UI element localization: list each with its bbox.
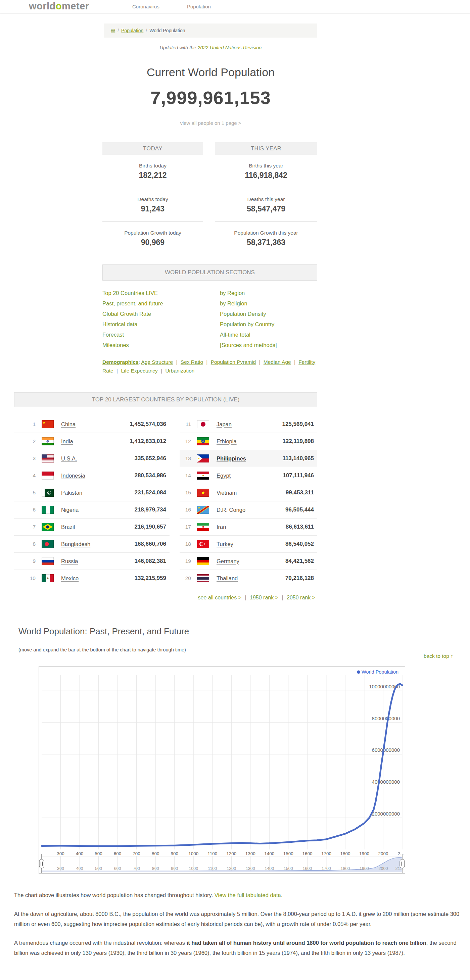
country-population: 146,082,381: [134, 558, 169, 565]
country-link-germany[interactable]: Germany: [217, 558, 239, 565]
flag-ir-icon: [197, 523, 209, 531]
country-link-japan[interactable]: Japan: [217, 421, 232, 428]
flag-br-icon: [41, 523, 54, 531]
footer-link-see-all-countries->[interactable]: see all countries >: [198, 595, 241, 600]
breadcrumb-item-population[interactable]: Population: [121, 28, 143, 33]
demographics-link-life-expectancy[interactable]: Life Expectancy: [121, 368, 158, 374]
section-link--sources-and-methods-[interactable]: [Sources and methods]: [220, 342, 277, 348]
world-population-sections: WORLD POPULATION SECTIONS Top 20 Countri…: [102, 264, 317, 355]
country-rank: 2: [24, 438, 36, 444]
section-link-historical-data[interactable]: Historical data: [102, 321, 138, 327]
paragraph-1: The chart above illustrates how world po…: [14, 890, 461, 900]
top20-footer-links: see all countries > | 1950 rank > | 2050…: [14, 595, 317, 601]
demographics-link-median-age[interactable]: Median Age: [263, 359, 291, 365]
table-row-turkey: 18 Turkey 86,540,052: [180, 536, 317, 553]
navigator-label: 500: [95, 866, 102, 871]
y-axis-label: 2000000000: [372, 811, 400, 816]
navigator-label: 2000: [379, 866, 388, 871]
un-revision-link[interactable]: 2022 United Nations Revision: [198, 45, 261, 50]
country-link-u-s-a-[interactable]: U.S.A.: [61, 455, 77, 462]
navigator-label: 1200: [226, 866, 236, 871]
section-link-global-growth-rate[interactable]: Global Growth Rate: [102, 311, 151, 317]
top20-column-1: 1 China 1,452,574,036 2 India 1,412,833,…: [14, 416, 169, 587]
demographics-link-age-structure[interactable]: Age Structure: [141, 359, 173, 365]
country-rank: 4: [24, 473, 36, 479]
x-axis-label: 1500: [284, 851, 293, 856]
table-row-thailand: 20 Thailand 70,216,128: [180, 570, 317, 587]
section-link-item: Top 20 Countries LIVE: [102, 288, 163, 298]
country-link-vietnam[interactable]: Vietnam: [217, 490, 237, 496]
tabulated-data-link[interactable]: View the full tabulated data.: [215, 892, 282, 898]
country-population: 86,540,052: [285, 541, 317, 547]
stat-block: Births this year116,918,842: [215, 155, 317, 180]
stat-block: Deaths today91,243: [102, 188, 203, 213]
country-link-brazil[interactable]: Brazil: [61, 524, 75, 530]
country-link-pakistan[interactable]: Pakistan: [61, 490, 82, 496]
legend-item-world-population[interactable]: World Population: [357, 669, 398, 675]
country-link-china[interactable]: China: [61, 421, 75, 428]
section-link-milestones[interactable]: Milestones: [102, 342, 129, 348]
demographics-link-population-pyramid[interactable]: Population Pyramid: [211, 359, 256, 365]
navigator-label: 900: [171, 866, 178, 871]
section-link-forecast[interactable]: Forecast: [102, 332, 124, 337]
section-link-by-region[interactable]: by Region: [220, 290, 245, 296]
logo-text-post: meter: [62, 1, 89, 11]
demographics-link-sex-ratio[interactable]: Sex Ratio: [181, 359, 203, 365]
demographics-separator: |: [113, 368, 121, 374]
back-to-top-link[interactable]: back to top ↑: [424, 653, 453, 659]
x-axis-label: 1800: [340, 851, 350, 856]
flag-ru-icon: [41, 557, 54, 565]
country-link-russia[interactable]: Russia: [61, 558, 78, 565]
country-link-mexico[interactable]: Mexico: [61, 575, 78, 582]
navigator-left-handle[interactable]: [39, 854, 44, 873]
breadcrumb-item-w[interactable]: W: [111, 28, 115, 33]
stat-value: 58,371,363: [215, 238, 317, 247]
navigator-label: 1000: [189, 866, 198, 871]
worldometer-logo[interactable]: worldometer: [29, 1, 89, 12]
this-year-header: THIS YEAR: [215, 142, 317, 155]
flag-ph-icon: [197, 454, 209, 463]
country-link-egypt[interactable]: Egypt: [217, 473, 231, 479]
country-link-bangladesh[interactable]: Bangladesh: [61, 541, 90, 547]
demographics-label-link[interactable]: Demographics: [102, 359, 139, 365]
table-row-india: 2 India 1,412,833,012: [14, 433, 169, 450]
demographics-separator: |: [203, 359, 211, 365]
nav-link-coronavirus[interactable]: Coronavirus: [132, 4, 159, 10]
country-link-thailand[interactable]: Thailand: [217, 575, 238, 582]
article-text: The chart above illustrates how world po…: [14, 890, 461, 967]
section-link-all-time-total[interactable]: All-time total: [220, 332, 250, 337]
country-link-india[interactable]: India: [61, 438, 73, 445]
view-all-people-link[interactable]: view all people on 1 page >: [104, 120, 317, 126]
table-row-brazil: 7 Brazil 216,190,657: [14, 519, 169, 536]
country-link-ethiopia[interactable]: Ethiopia: [217, 438, 237, 445]
country-population: 99,453,311: [286, 489, 317, 496]
country-population: 168,660,706: [134, 541, 169, 547]
country-link-turkey[interactable]: Turkey: [217, 541, 233, 547]
footer-link-2050-rank->[interactable]: 2050 rank >: [287, 595, 315, 600]
section-link-top-20-countries-live[interactable]: Top 20 Countries LIVE: [102, 290, 158, 296]
nav-link-population[interactable]: Population: [187, 4, 211, 10]
country-link-d-r-congo[interactable]: D.R. Congo: [217, 507, 245, 513]
section-link-past-present-and-future[interactable]: Past, present, and future: [102, 301, 163, 306]
section-link-by-religion[interactable]: by Religion: [220, 301, 247, 306]
section-link-population-by-country[interactable]: Population by Country: [220, 321, 274, 327]
country-link-indonesia[interactable]: Indonesia: [61, 473, 85, 479]
country-link-iran[interactable]: Iran: [217, 524, 226, 530]
world-population-counter: 7,999,961,153: [54, 87, 368, 108]
country-population: 96,505,444: [285, 506, 317, 513]
navigator-label: 1300: [246, 866, 255, 871]
country-link-nigeria[interactable]: Nigeria: [61, 507, 78, 513]
chart-section-subheading: (move and expand the bar at the bottom o…: [19, 647, 186, 652]
y-axis-label: 8000000000: [372, 716, 400, 721]
this-year-counters-box: THIS YEAR Births this year116,918,842Dea…: [215, 142, 317, 247]
demographics-links: Demographics: Age Structure | Sex Ratio …: [102, 358, 320, 375]
demographics-separator: |: [158, 368, 166, 374]
x-axis-label: 2000: [378, 851, 388, 856]
country-link-philippines[interactable]: Philippines: [217, 455, 246, 462]
footer-link-1950-rank->[interactable]: 1950 rank >: [250, 595, 278, 600]
section-link-population-density[interactable]: Population Density: [220, 311, 266, 317]
section-link-item: [Sources and methods]: [220, 340, 277, 350]
country-rank: 18: [180, 541, 191, 547]
demographics-link-urbanization[interactable]: Urbanization: [165, 368, 194, 374]
country-population: 280,534,986: [134, 472, 169, 479]
